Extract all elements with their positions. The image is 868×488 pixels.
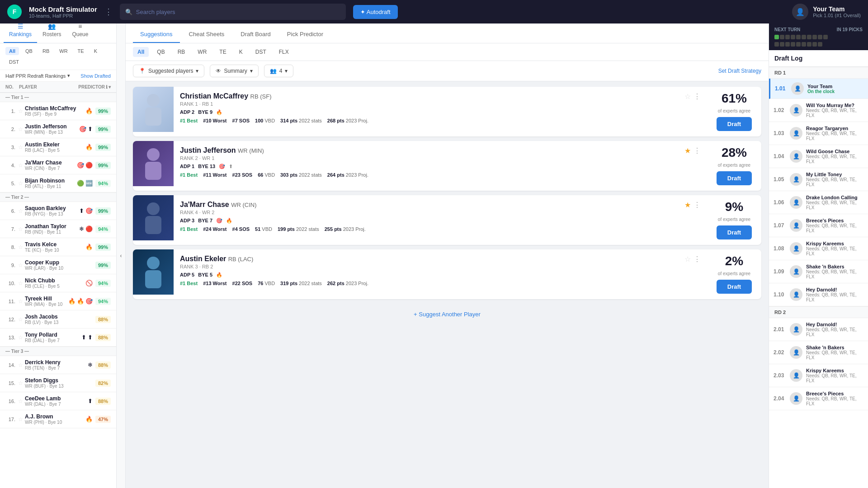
filter-qb[interactable]: QB <box>22 47 36 55</box>
pick-item[interactable]: 1.06 👤 Drake London Calling Needs: QB, R… <box>769 191 868 214</box>
summary-label: Summary <box>224 68 247 74</box>
tab-pick-predictor[interactable]: Pick Predictor <box>280 26 330 43</box>
filter-k[interactable]: K <box>90 47 101 55</box>
ranking-dropdown[interactable]: Half PPR Redraft Rankings ▾ <box>5 73 70 79</box>
sidebar-item-rankings[interactable]: ☰ Rankings <box>4 23 37 43</box>
draft-button[interactable]: Draft <box>717 225 752 239</box>
player-card-mccaffrey: Christian McCaffrey RB (SF) RANK 1 · RB … <box>133 87 761 136</box>
pick-item[interactable]: 2.02 👤 Shake 'n Bakers Needs: QB, RB, WR… <box>769 341 868 364</box>
pick-item[interactable]: 1.10 👤 Hey Darnold! Needs: QB, RB, WR, T… <box>769 283 868 306</box>
pick-item[interactable]: 1.03 👤 Reagor Targaryen Needs: QB, RB, W… <box>769 122 868 145</box>
pick-item[interactable]: 1.05 👤 My Little Toney Needs: QB, RB, WR… <box>769 168 868 191</box>
table-row[interactable]: 11. ☆ Tyreek Hill WR (MIA) · Bye 10 🔥🔥🎯 … <box>0 292 116 310</box>
card-player-rank: RANK 4 · WR 2 <box>180 210 257 215</box>
pos-filter-flx[interactable]: FLX <box>274 47 293 57</box>
table-row[interactable]: 3. ☆ Austin Ekeler RB (LAC) · Bye 5 🔥 99… <box>0 138 116 156</box>
star-icon[interactable]: ☆ <box>18 244 23 250</box>
star-icon[interactable]: ☆ <box>18 334 23 341</box>
sidebar-item-rosters[interactable]: 👥 Rosters <box>37 23 66 43</box>
table-row[interactable]: 8. ☆ Travis Kelce TE (KC) · Bye 10 🔥 99% <box>0 238 116 256</box>
table-row[interactable]: 17. ☆ A.J. Brown WR (PHI) · Bye 10 🔥 47% <box>0 410 116 428</box>
table-row[interactable]: 1. ☆ Christian McCaffrey RB (SF) · Bye 9… <box>0 102 116 120</box>
pick-item[interactable]: 1.09 👤 Shake 'n Bakers Needs: QB, RB, WR… <box>769 260 868 283</box>
header-menu-icon[interactable]: ⋮ <box>104 7 113 17</box>
filter-te[interactable]: TE <box>74 47 88 55</box>
table-row[interactable]: 14. ☆ Derrick Henry RB (TEN) · Bye 7 ❄ 8… <box>0 356 116 374</box>
table-row[interactable]: 12. ☆ Josh Jacobs RB (LV) · Bye 13 88% <box>0 310 116 328</box>
pin-icon: 📍 <box>139 68 146 74</box>
pos-filter-k[interactable]: K <box>235 47 247 57</box>
more-options-icon[interactable]: ⋮ <box>693 255 701 263</box>
star-icon[interactable]: ☆ <box>18 126 23 132</box>
more-options-icon[interactable]: ⋮ <box>693 146 701 155</box>
table-row[interactable]: 2. ☆ Justin Jefferson WR (MIN) · Bye 13 … <box>0 120 116 138</box>
table-row[interactable]: 13. ☆ Tony Pollard RB (DAL) · Bye 7 ⬆⬆ 8… <box>0 328 116 347</box>
more-options-icon[interactable]: ⋮ <box>693 92 701 101</box>
table-row[interactable]: 6. ☆ Saquon Barkley RB (NYG) · Bye 13 ⬆🎯… <box>0 202 116 220</box>
pick-item[interactable]: 1.04 👤 Wild Goose Chase Needs: QB, RB, W… <box>769 145 868 168</box>
star-icon[interactable]: ☆ <box>18 362 23 368</box>
set-draft-strategy-button[interactable]: Set Draft Strategy <box>718 68 761 74</box>
sidebar-collapse-button[interactable]: ‹ <box>117 23 126 488</box>
star-icon[interactable]: ☆ <box>18 108 23 114</box>
pos-filter-wr[interactable]: WR <box>193 47 211 57</box>
pos-filter-te[interactable]: TE <box>215 47 231 57</box>
star-icon[interactable]: ☆ <box>18 162 23 169</box>
pick-item[interactable]: 2.03 👤 Krispy Kareems Needs: QB, RB, WR,… <box>769 364 868 387</box>
pick-item[interactable]: 1.08 👤 Krispy Kareems Needs: QB, RB, WR,… <box>769 237 868 260</box>
pick-team-name: Shake 'n Bakers <box>806 264 863 269</box>
summary-dropdown[interactable]: 👁 Summary ▾ <box>210 65 258 77</box>
tab-cheat-sheets[interactable]: Cheat Sheets <box>182 26 232 43</box>
star-icon[interactable]: ☆ <box>18 262 23 268</box>
star-icon[interactable]: ☆ <box>18 144 23 150</box>
tab-suggestions[interactable]: Suggestions <box>133 26 180 43</box>
table-row[interactable]: 15. ☆ Stefon Diggs WR (BUF) · Bye 13 82% <box>0 374 116 392</box>
star-icon[interactable]: ☆ <box>18 416 23 422</box>
predictor-badge: 99% <box>95 244 111 251</box>
favorite-icon[interactable]: ★ <box>684 201 691 209</box>
table-row[interactable]: 10. ☆ Nick Chubb RB (CLE) · Bye 5 🚫 94% <box>0 274 116 292</box>
autodraft-button[interactable]: ✦ Autodraft <box>353 5 398 19</box>
search-input[interactable] <box>136 9 340 15</box>
pos-filter-qb[interactable]: QB <box>152 47 169 57</box>
pick-item[interactable]: 1.01 👤 Your Team On the clock <box>769 79 868 99</box>
filter-rb[interactable]: RB <box>39 47 53 55</box>
pick-item[interactable]: 2.04 👤 Breece's Pieces Needs: QB, RB, WR… <box>769 387 868 410</box>
star-icon[interactable]: ☆ <box>18 180 23 187</box>
favorite-icon[interactable]: ☆ <box>684 255 691 263</box>
pick-item[interactable]: 1.07 👤 Breece's Pieces Needs: QB, RB, WR… <box>769 214 868 237</box>
show-drafted-button[interactable]: Show Drafted <box>80 73 111 79</box>
draft-button[interactable]: Draft <box>717 280 752 294</box>
pick-item[interactable]: 2.01 👤 Hey Darnold! Needs: QB, RB, WR, T… <box>769 318 868 341</box>
sidebar-item-queue[interactable]: ≡ Queue <box>66 23 94 43</box>
star-icon[interactable]: ☆ <box>18 280 23 286</box>
star-icon[interactable]: ☆ <box>18 208 23 214</box>
table-row[interactable]: 4. ☆ Ja'Marr Chase WR (CIN) · Bye 7 🎯🔴 9… <box>0 156 116 174</box>
star-icon[interactable]: ☆ <box>18 380 23 386</box>
table-row[interactable]: 5. ☆ Bijan Robinson RB (ATL) · Bye 11 🟢🆕… <box>0 174 116 192</box>
count-dropdown[interactable]: 👥 4 ▾ <box>264 65 294 77</box>
draft-button[interactable]: Draft <box>717 171 752 185</box>
star-icon[interactable]: ☆ <box>18 226 23 232</box>
tab-draft-board[interactable]: Draft Board <box>233 26 278 43</box>
filter-wr[interactable]: WR <box>56 47 71 55</box>
player-name: Derrick Henry <box>25 359 88 366</box>
star-icon[interactable]: ☆ <box>18 398 23 404</box>
suggested-players-dropdown[interactable]: 📍 Suggested players ▾ <box>133 65 204 77</box>
favorite-icon[interactable]: ★ <box>684 146 691 155</box>
filter-all[interactable]: All <box>5 47 19 55</box>
table-row[interactable]: 16. ☆ CeeDee Lamb WR (DAL) · Bye 7 ⬆ 88% <box>0 392 116 410</box>
suggest-another-button[interactable]: + Suggest Another Player <box>133 304 761 325</box>
draft-button[interactable]: Draft <box>717 117 752 131</box>
favorite-icon[interactable]: ☆ <box>684 92 691 101</box>
more-options-icon[interactable]: ⋮ <box>693 201 701 209</box>
table-row[interactable]: 9. ☆ Cooper Kupp WR (LAR) · Bye 10 99% <box>0 256 116 274</box>
pick-item[interactable]: 1.02 👤 Will You Murray Me? Needs: QB, RB… <box>769 99 868 122</box>
pos-filter-rb[interactable]: RB <box>173 47 190 57</box>
star-icon[interactable]: ☆ <box>18 316 23 323</box>
pos-filter-all[interactable]: All <box>133 47 149 57</box>
filter-dst[interactable]: DST <box>5 58 23 66</box>
pos-filter-dst[interactable]: DST <box>251 47 271 57</box>
star-icon[interactable]: ☆ <box>18 298 23 305</box>
table-row[interactable]: 7. ☆ Jonathan Taylor RB (IND) · Bye 11 ❄… <box>0 220 116 238</box>
